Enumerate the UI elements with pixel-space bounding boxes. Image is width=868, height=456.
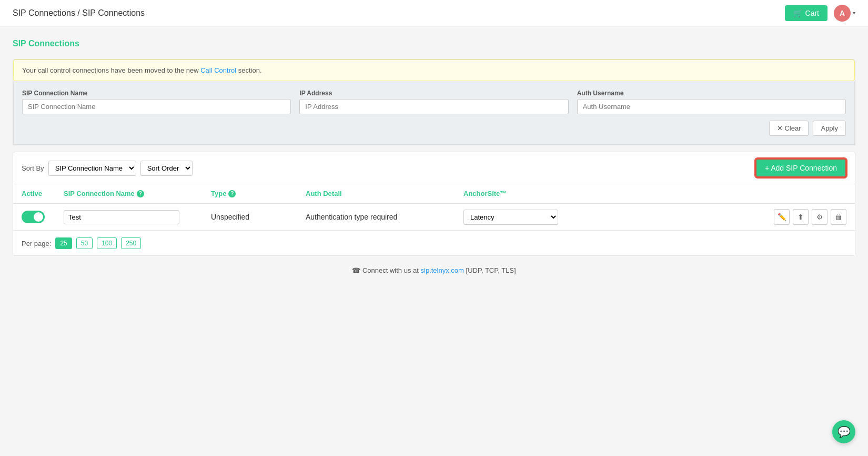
type-cell: Unspecified	[211, 213, 306, 221]
filter-actions: ✕ Clear Apply	[22, 121, 846, 136]
main-content: SIP Connections Your call control connec…	[0, 26, 868, 298]
chevron-down-icon: ▾	[853, 10, 855, 16]
row-actions: ✏️ ⬆ ⚙ 🗑	[579, 209, 846, 225]
ip-address-label: IP Address	[299, 90, 568, 97]
page-title: SIP Connections / SIP Connections	[13, 8, 145, 18]
pagination: Per page: 25 50 100 250	[13, 231, 855, 255]
column-auth-detail: Auth Detail	[306, 190, 463, 197]
column-name: SIP Connection Name ?	[64, 190, 211, 197]
footer-connect-text: Connect with us at	[362, 266, 421, 274]
active-cell	[22, 211, 64, 223]
toolbar: Sort By SIP Connection Name Sort Order +…	[13, 152, 855, 184]
apply-button[interactable]: Apply	[813, 121, 846, 136]
column-actions	[579, 190, 846, 197]
settings-button[interactable]: ⚙	[812, 209, 827, 225]
header-actions: 🛒 Cart A ▾	[785, 5, 855, 22]
edit-button[interactable]: ✏️	[774, 209, 790, 225]
footer-protocols: [UDP, TCP, TLS]	[466, 266, 516, 274]
column-type: Type ?	[211, 190, 306, 197]
avatar: A	[834, 5, 851, 22]
filter-row: SIP Connection Name IP Address Auth User…	[22, 90, 846, 114]
clear-button[interactable]: ✕ Clear	[769, 121, 809, 136]
name-info-icon[interactable]: ?	[137, 190, 144, 197]
sip-connection-name-input[interactable]	[22, 99, 291, 114]
sip-telnyx-link[interactable]: sip.telnyx.com	[421, 266, 464, 274]
page-size-50[interactable]: 50	[76, 237, 93, 249]
sort-by-label: Sort By	[22, 164, 44, 172]
auth-username-input[interactable]	[577, 99, 846, 114]
cart-button[interactable]: 🛒 Cart	[785, 5, 827, 21]
filter-panel: SIP Connection Name IP Address Auth User…	[13, 81, 855, 145]
anchorsite-select[interactable]: Latency	[463, 210, 558, 225]
ip-address-input[interactable]	[299, 99, 568, 114]
header: SIP Connections / SIP Connections 🛒 Cart…	[0, 0, 868, 26]
sip-connection-name-label: SIP Connection Name	[22, 90, 291, 97]
page-size-25[interactable]: 25	[55, 237, 72, 249]
auth-username-label: Auth Username	[577, 90, 846, 97]
anchorsite-cell: Latency	[463, 210, 579, 225]
sort-by-select[interactable]: SIP Connection Name	[48, 161, 136, 176]
page-heading: SIP Connections	[13, 39, 855, 48]
user-menu[interactable]: A ▾	[834, 5, 855, 22]
notice-banner: Your call control connections have been …	[13, 60, 855, 81]
footer: ☎ Connect with us at sip.telnyx.com [UDP…	[13, 256, 855, 285]
table-row: Unspecified Authentication type required…	[13, 204, 855, 231]
ip-address-field: IP Address	[299, 90, 568, 114]
active-toggle[interactable]	[22, 211, 45, 223]
connection-name-input[interactable]	[64, 210, 179, 224]
auth-detail-text: Authentication type required	[306, 213, 397, 221]
name-cell	[64, 210, 211, 224]
column-anchorsite: AnchorSite™	[463, 190, 579, 197]
page-size-100[interactable]: 100	[97, 237, 117, 249]
table-header: Active SIP Connection Name ? Type ? Auth…	[13, 184, 855, 204]
phone-icon: ☎	[352, 266, 360, 274]
filter-section: Your call control connections have been …	[13, 59, 855, 145]
call-control-link[interactable]: Call Control	[200, 66, 236, 74]
toggle-slider	[22, 211, 45, 223]
type-info-icon[interactable]: ?	[228, 190, 236, 197]
sip-connection-name-field: SIP Connection Name	[22, 90, 291, 114]
delete-button[interactable]: 🗑	[831, 209, 846, 225]
auth-detail-cell: Authentication type required	[306, 213, 463, 221]
column-active: Active	[22, 190, 64, 197]
sort-order-select[interactable]: Sort Order	[140, 161, 193, 176]
add-sip-connection-button[interactable]: + Add SIP Connection	[755, 158, 846, 177]
per-page-label: Per page:	[22, 240, 51, 247]
page-size-250[interactable]: 250	[121, 237, 141, 249]
cart-icon: 🛒	[793, 9, 802, 17]
connection-type: Unspecified	[211, 213, 249, 221]
auth-username-field: Auth Username	[577, 90, 846, 114]
sort-section: Sort By SIP Connection Name Sort Order	[22, 161, 193, 176]
copy-button[interactable]: ⬆	[793, 209, 809, 225]
sip-connections-table: Active SIP Connection Name ? Type ? Auth…	[13, 184, 855, 256]
